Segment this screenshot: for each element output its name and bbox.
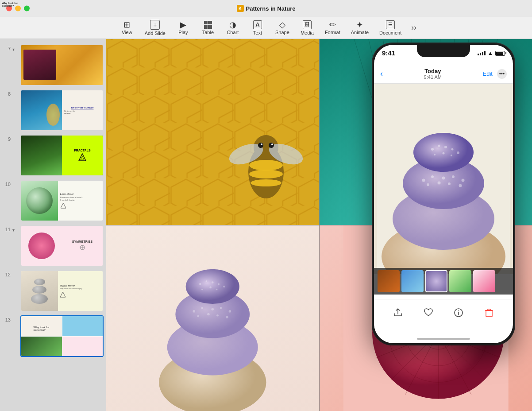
svg-point-11 bbox=[249, 160, 283, 171]
toolbar: ⊞ View + Add Slide ▶ Play Table ◑ Chart … bbox=[0, 17, 532, 39]
table-label: Table bbox=[202, 30, 214, 35]
svg-point-19 bbox=[261, 143, 262, 145]
back-button[interactable]: ‹ bbox=[380, 69, 383, 78]
animate-label: Animate bbox=[351, 30, 369, 35]
more-button[interactable]: ••• bbox=[497, 69, 507, 79]
svg-point-53 bbox=[226, 316, 228, 318]
photo-thumbnail-strip bbox=[374, 268, 513, 295]
edit-button[interactable]: Edit bbox=[483, 70, 493, 77]
chart-icon: ◑ bbox=[229, 21, 236, 29]
svg-point-39 bbox=[212, 281, 214, 283]
format-label: Format bbox=[325, 30, 340, 35]
slide-number-13: 13 bbox=[3, 317, 11, 322]
toolbar-view[interactable]: ⊞ View bbox=[116, 19, 139, 37]
slide-thumbnail-13[interactable]: Why look forpatterns? Why look forpatter… bbox=[20, 315, 104, 357]
slide-thumbnail-9[interactable]: FRACTALS bbox=[20, 135, 104, 176]
thumbnail-2[interactable] bbox=[401, 270, 424, 292]
play-icon: ▶ bbox=[180, 21, 186, 29]
slide-thumbnail-11[interactable]: SYMMETRIES bbox=[20, 225, 104, 267]
thumbnail-3-selected[interactable] bbox=[425, 270, 447, 292]
svg-point-36 bbox=[186, 269, 239, 303]
document-icon: ☰ bbox=[386, 20, 395, 29]
svg-point-38 bbox=[205, 280, 207, 282]
main-layout: 7 ▾ LAYERS layers in nature can be seen.… bbox=[0, 39, 532, 411]
toolbar-shape[interactable]: ◇ Shape bbox=[271, 19, 294, 37]
animate-icon: ✦ bbox=[356, 21, 363, 29]
svg-point-12 bbox=[249, 170, 283, 178]
svg-point-77 bbox=[434, 154, 436, 155]
list-item: 8 ▾ Under the surface Go to...on thesurf… bbox=[0, 88, 106, 133]
svg-point-75 bbox=[451, 148, 454, 151]
toolbar-more-button[interactable]: ›› bbox=[411, 23, 416, 32]
add-slide-label: Add Slide bbox=[145, 31, 166, 36]
svg-point-83 bbox=[452, 175, 455, 178]
play-label: Play bbox=[178, 30, 188, 35]
phone-status-icons: ▲ bbox=[478, 50, 505, 56]
toolbar-animate[interactable]: ✦ Animate bbox=[347, 19, 373, 37]
text-icon: A bbox=[253, 20, 262, 29]
toolbar-chart[interactable]: ◑ Chart bbox=[221, 19, 244, 37]
thumbnail-5[interactable] bbox=[473, 270, 495, 292]
svg-point-82 bbox=[442, 177, 445, 180]
thumbnail-1[interactable] bbox=[378, 270, 400, 292]
view-label: View bbox=[122, 30, 132, 35]
wifi-icon: ▲ bbox=[488, 50, 493, 56]
toolbar-table[interactable]: Table bbox=[197, 19, 220, 37]
nav-date: Today bbox=[424, 68, 442, 74]
list-item: 13 ▾ Why look forpatterns? Why look forp… bbox=[0, 314, 106, 359]
canvas-cell-honeybee bbox=[106, 39, 319, 225]
info-icon[interactable] bbox=[452, 306, 465, 319]
signal-bar-3 bbox=[482, 52, 483, 55]
svg-marker-6 bbox=[60, 292, 66, 297]
slide-thumbnail-12[interactable]: Mirror, mirror Many plants and animals d… bbox=[20, 270, 104, 312]
shape-icon: ◇ bbox=[279, 21, 285, 29]
collapse-icon-7[interactable]: ▾ bbox=[12, 47, 19, 52]
toolbar-text[interactable]: A Text bbox=[246, 19, 269, 37]
svg-point-78 bbox=[443, 152, 445, 155]
trash-icon[interactable] bbox=[483, 306, 495, 319]
nav-actions: Edit ••• bbox=[483, 69, 507, 79]
home-indicator bbox=[417, 338, 470, 340]
svg-point-41 bbox=[223, 285, 225, 287]
slide-number-10: 10 bbox=[3, 182, 11, 187]
svg-point-52 bbox=[216, 314, 219, 316]
phone-notch bbox=[417, 45, 470, 57]
toolbar-media[interactable]: 🖼 Media bbox=[296, 19, 319, 37]
toolbar-play[interactable]: ▶ Play bbox=[172, 19, 195, 37]
slide-thumbnail-7[interactable]: LAYERS layers in nature can be seen... bbox=[20, 44, 104, 86]
share-icon[interactable] bbox=[392, 306, 404, 319]
heart-icon[interactable] bbox=[422, 306, 435, 319]
svg-point-88 bbox=[459, 184, 462, 187]
media-label: Media bbox=[301, 30, 314, 35]
slide-thumbnail-8[interactable]: Under the surface Go to...on thesurface.… bbox=[20, 89, 104, 131]
svg-point-80 bbox=[422, 179, 425, 182]
list-item: 12 ▾ Mirror, mirror Many plants and anim… bbox=[0, 268, 106, 314]
svg-point-86 bbox=[438, 182, 441, 185]
toolbar-document[interactable]: ☰ Document bbox=[375, 19, 406, 37]
svg-point-20 bbox=[271, 143, 273, 145]
canvas-cell-urchins bbox=[106, 225, 319, 411]
phone-frame: 9:41 ▲ bbox=[373, 43, 514, 345]
slide-number-12: 12 bbox=[3, 272, 11, 277]
list-item: 9 ▾ FRACTALS bbox=[0, 133, 106, 178]
toolbar-add-slide[interactable]: + Add Slide bbox=[140, 18, 170, 38]
slide-number-7: 7 bbox=[3, 46, 11, 51]
phone-overlay: 9:41 ▲ bbox=[368, 43, 519, 407]
svg-rect-92 bbox=[486, 310, 492, 317]
slide-thumbnail-10[interactable]: Look closer Romanesco found a fractal...… bbox=[20, 180, 104, 221]
phone-action-bar bbox=[374, 299, 513, 326]
svg-point-73 bbox=[438, 145, 440, 147]
svg-point-84 bbox=[462, 179, 465, 182]
add-slide-icon: + bbox=[150, 20, 160, 30]
svg-point-76 bbox=[457, 151, 459, 154]
collapse-icon-11[interactable]: ▾ bbox=[12, 228, 19, 233]
canvas-area[interactable]: 9:41 ▲ bbox=[106, 39, 532, 411]
svg-point-81 bbox=[431, 175, 434, 178]
svg-point-45 bbox=[193, 310, 196, 313]
toolbar-format[interactable]: ✏ Format bbox=[320, 19, 345, 37]
signal-bar-2 bbox=[480, 53, 481, 55]
thumbnail-4[interactable] bbox=[449, 270, 471, 292]
svg-point-43 bbox=[209, 286, 212, 288]
battery-fill bbox=[496, 52, 503, 55]
nav-title-group: Today 9:41 AM bbox=[424, 68, 442, 80]
